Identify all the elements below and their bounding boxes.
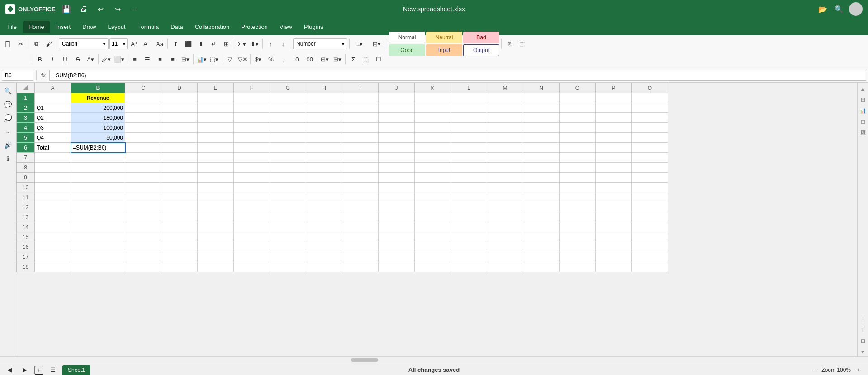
cell-Q3[interactable] <box>632 113 668 123</box>
insert-row-button[interactable]: ⊞▾ <box>319 53 331 65</box>
cell-reference-box[interactable]: B6 <box>2 70 33 81</box>
insert-chart-button[interactable]: 📊▾ <box>195 53 207 65</box>
sidebar-info-icon[interactable]: ℹ <box>2 152 14 165</box>
paste-button[interactable] <box>2 38 14 50</box>
cell-A1[interactable] <box>35 93 71 103</box>
cell-P1[interactable] <box>596 93 632 103</box>
cell-L6[interactable] <box>451 143 487 153</box>
right-sidebar-image-icon[interactable]: 🖼 <box>859 128 868 137</box>
sidebar-chat-icon[interactable]: 💭 <box>2 112 14 124</box>
conditional-format-button[interactable]: ≡▾ <box>351 38 368 50</box>
font-case-button[interactable]: Aa <box>154 38 166 50</box>
sidebar-search-icon[interactable]: 🔍 <box>2 84 14 97</box>
col-header-A[interactable]: A <box>35 83 71 93</box>
cell-E2[interactable] <box>198 103 234 113</box>
align-middle-button[interactable]: ⬛ <box>182 38 194 50</box>
cell-L5[interactable] <box>451 133 487 143</box>
row-header-13[interactable]: 13 <box>17 212 35 222</box>
row-header-14[interactable]: 14 <box>17 222 35 232</box>
number-format-dropdown[interactable]: Number ▾ <box>293 38 347 49</box>
right-sidebar-shape-icon[interactable]: ◻ <box>859 117 868 126</box>
cell-H4[interactable] <box>306 123 342 133</box>
align-top-button[interactable]: ⬆ <box>170 38 181 50</box>
col-header-G[interactable]: G <box>270 83 306 93</box>
undo-button[interactable]: ↩ <box>95 3 107 15</box>
indent-button[interactable]: ⊟▾ <box>180 53 191 65</box>
cell-E5[interactable] <box>198 133 234 143</box>
cell-C4[interactable] <box>125 123 161 133</box>
cell-G3[interactable] <box>270 113 306 123</box>
cell-I3[interactable] <box>342 113 379 123</box>
style-bad-button[interactable]: Bad <box>463 32 499 43</box>
cell-L3[interactable] <box>451 113 487 123</box>
row-header-3[interactable]: 3 <box>17 113 35 123</box>
col-header-F[interactable]: F <box>234 83 270 93</box>
cell-H5[interactable] <box>306 133 342 143</box>
cell-D2[interactable] <box>161 103 198 113</box>
font-name-dropdown[interactable]: Calibri ▾ <box>59 38 109 49</box>
decrease-decimal-button[interactable]: .0 <box>290 53 302 65</box>
decrease-font-button[interactable]: A⁻ <box>141 38 153 50</box>
cell-M5[interactable] <box>487 133 523 143</box>
font-color-button[interactable]: A▾ <box>85 53 96 65</box>
cell-A2[interactable]: Q1 <box>35 103 71 113</box>
cell-K4[interactable] <box>415 123 451 133</box>
border-button[interactable]: ⬜▾ <box>113 53 125 65</box>
cell-O2[interactable] <box>560 103 596 113</box>
justify-button[interactable]: ≡ <box>167 53 179 65</box>
row-header-15[interactable]: 15 <box>17 232 35 242</box>
style-neutral-button[interactable]: Neutral <box>426 32 462 43</box>
cell-P6[interactable] <box>596 143 632 153</box>
menu-draw[interactable]: Draw <box>77 21 101 33</box>
sheet-list-button[interactable]: ☰ <box>47 364 59 375</box>
cell-G1[interactable] <box>270 93 306 103</box>
cell-Q2[interactable] <box>632 103 668 113</box>
cell-I2[interactable] <box>342 103 379 113</box>
add-sheet-button[interactable]: + <box>34 366 43 375</box>
menu-layout[interactable]: Layout <box>103 21 131 33</box>
cell-N4[interactable] <box>523 123 560 133</box>
cell-M3[interactable] <box>487 113 523 123</box>
right-sidebar-text-icon[interactable]: T <box>859 326 868 335</box>
cell-C2[interactable] <box>125 103 161 113</box>
col-header-L[interactable]: L <box>451 83 487 93</box>
cell-N3[interactable] <box>523 113 560 123</box>
cell-O1[interactable] <box>560 93 596 103</box>
cell-M6[interactable] <box>487 143 523 153</box>
zoom-in-button[interactable]: + <box>853 364 864 375</box>
cell-B4[interactable]: 100,000 <box>71 123 125 133</box>
sum-button[interactable]: Σ ▾ <box>236 38 248 50</box>
percent-button[interactable]: % <box>265 53 277 65</box>
cell-E6[interactable] <box>198 143 234 153</box>
insert-col-button[interactable]: ⊞▾ <box>332 53 343 65</box>
cell-J6[interactable] <box>379 143 415 153</box>
merge-button[interactable]: ⊞ <box>220 38 232 50</box>
select-all-button[interactable]: ☐ <box>373 53 384 65</box>
scroll-thumb[interactable] <box>351 358 378 362</box>
row-header-6[interactable]: 6 <box>17 143 35 153</box>
row-header-16[interactable]: 16 <box>17 242 35 252</box>
menu-plugins[interactable]: Plugins <box>299 21 329 33</box>
cell-Q6[interactable] <box>632 143 668 153</box>
spreadsheet-area[interactable]: A B C D E F G H I J K L M N O P Q <box>16 83 857 356</box>
menu-formula[interactable]: Formula <box>132 21 165 33</box>
col-header-K[interactable]: K <box>415 83 451 93</box>
cell-N5[interactable] <box>523 133 560 143</box>
cell-J4[interactable] <box>379 123 415 133</box>
cell-H1[interactable] <box>306 93 342 103</box>
increase-font-button[interactable]: A⁺ <box>128 38 140 50</box>
cell-A4[interactable]: Q3 <box>35 123 71 133</box>
cell-L2[interactable] <box>451 103 487 113</box>
right-sidebar-scroll-up[interactable]: ▲ <box>859 84 868 94</box>
sort-desc-button[interactable]: ↓ <box>277 38 289 50</box>
print-button[interactable]: 🖨 <box>77 3 90 15</box>
row-header-1[interactable]: 1 <box>17 93 35 103</box>
menu-file[interactable]: File <box>2 21 22 33</box>
menu-protection[interactable]: Protection <box>236 21 273 33</box>
save-button[interactable]: 💾 <box>60 3 73 15</box>
cell-I6[interactable] <box>342 143 379 153</box>
row-header-10[interactable]: 10 <box>17 183 35 192</box>
col-header-E[interactable]: E <box>198 83 234 93</box>
search-button[interactable]: 🔍 <box>833 3 845 15</box>
col-header-C[interactable]: C <box>125 83 161 93</box>
